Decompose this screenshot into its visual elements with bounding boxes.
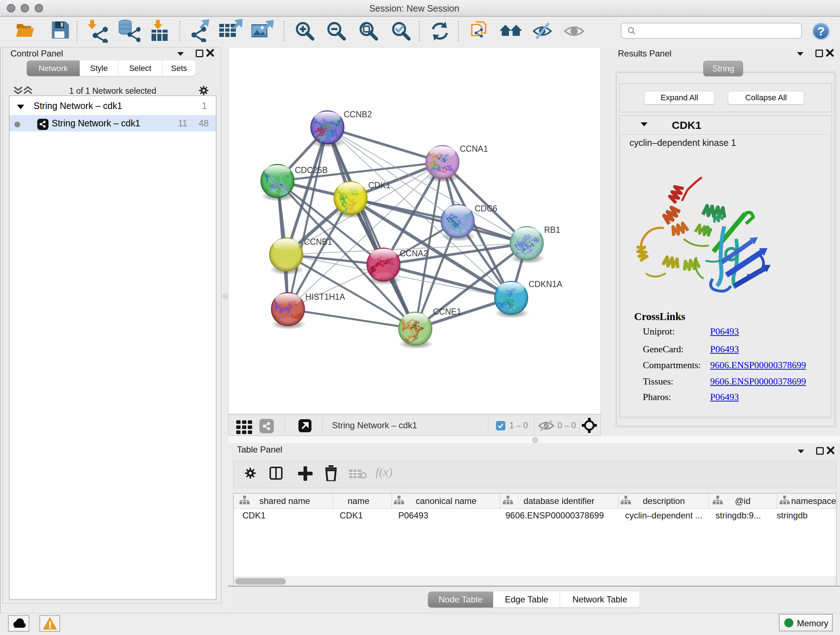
svg-text:CCNE1: CCNE1 bbox=[433, 307, 461, 317]
svg-text:RB1: RB1 bbox=[544, 225, 561, 234]
svg-text:CCNA1: CCNA1 bbox=[460, 144, 488, 154]
svg-text:CCNA2: CCNA2 bbox=[400, 249, 428, 258]
svg-text:CDKN1A: CDKN1A bbox=[529, 279, 562, 289]
svg-text:HIST1H1A: HIST1H1A bbox=[305, 292, 346, 302]
svg-text:CCNB1: CCNB1 bbox=[304, 237, 332, 247]
svg-text:CDK1: CDK1 bbox=[368, 181, 390, 190]
svg-text:CDC25B: CDC25B bbox=[295, 165, 328, 175]
svg-text:CCNB2: CCNB2 bbox=[344, 110, 372, 119]
svg-text:CDC6: CDC6 bbox=[475, 204, 497, 213]
